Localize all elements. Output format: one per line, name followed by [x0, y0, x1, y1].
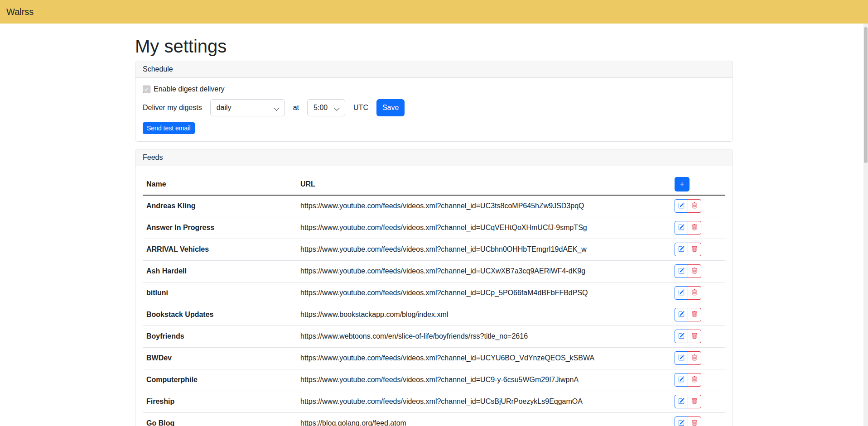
chevron-down-icon — [274, 105, 280, 111]
feed-actions — [671, 369, 725, 391]
feed-url: https://www.youtube.com/feeds/videos.xml… — [297, 239, 671, 260]
feed-name: Fireship — [143, 391, 297, 412]
feed-name: BWDev — [143, 347, 297, 369]
pencil-square-icon — [678, 333, 685, 340]
pencil-square-icon — [678, 311, 685, 319]
feed-actions-group — [675, 351, 701, 365]
edit-feed-button[interactable] — [675, 373, 688, 387]
feed-name: Andreas Kling — [143, 195, 297, 217]
feed-actions-group — [675, 264, 701, 278]
delete-feed-button[interactable] — [688, 330, 701, 343]
edit-feed-button[interactable] — [675, 286, 688, 300]
edit-feed-button[interactable] — [675, 308, 688, 321]
feed-actions — [671, 347, 725, 369]
feed-name: ARRIVAL Vehicles — [143, 239, 297, 260]
feed-name: Answer In Progress — [143, 217, 297, 239]
feed-row: Go Blog https://blog.golang.org/feed.ato… — [143, 412, 725, 426]
enable-digest-checkbox[interactable]: ✓ — [143, 86, 150, 93]
feed-name: Go Blog — [143, 412, 297, 426]
page-title: My settings — [135, 35, 733, 57]
trash-icon — [691, 376, 698, 384]
column-header-url: URL — [297, 173, 671, 195]
edit-feed-button[interactable] — [675, 416, 688, 426]
feed-url: https://www.youtube.com/feeds/videos.xml… — [297, 195, 671, 217]
feeds-table-body: Andreas Kling https://www.youtube.com/fe… — [143, 195, 725, 426]
scrollbar-thumb[interactable] — [864, 27, 868, 163]
feed-actions — [671, 282, 725, 304]
feed-actions — [671, 325, 725, 347]
edit-feed-button[interactable] — [675, 243, 688, 256]
feed-row: Ash Hardell https://www.youtube.com/feed… — [143, 260, 725, 282]
delete-feed-button[interactable] — [688, 395, 701, 408]
delete-feed-button[interactable] — [688, 243, 701, 256]
feed-actions-group — [675, 199, 701, 213]
frequency-selected-value: daily — [217, 104, 231, 112]
send-test-email-button[interactable]: Send test email — [143, 122, 195, 134]
trash-icon — [691, 354, 698, 362]
send-test-row: Send test email — [143, 122, 725, 134]
delete-feed-button[interactable] — [688, 308, 701, 321]
pencil-square-icon — [678, 224, 685, 232]
feed-url: https://www.youtube.com/feeds/videos.xml… — [297, 260, 671, 282]
navbar: Walrss — [0, 0, 868, 24]
deliver-label: Deliver my digests — [143, 104, 202, 112]
edit-feed-button[interactable] — [675, 330, 688, 343]
feed-row: BWDev https://www.youtube.com/feeds/vide… — [143, 347, 725, 369]
feed-row: bitluni https://www.youtube.com/feeds/vi… — [143, 282, 725, 304]
trash-icon — [691, 311, 698, 319]
feed-row: Boyfriends https://www.webtoons.com/en/s… — [143, 325, 725, 347]
app-brand[interactable]: Walrss — [6, 7, 34, 17]
time-select[interactable]: 5:00 — [307, 99, 345, 116]
delete-feed-button[interactable] — [688, 416, 701, 426]
enable-digest-label[interactable]: Enable digest delivery — [154, 85, 225, 93]
schedule-card-body: ✓ Enable digest delivery Deliver my dige… — [135, 78, 733, 141]
column-header-name: Name — [143, 173, 297, 195]
feed-row: Computerphile https://www.youtube.com/fe… — [143, 369, 725, 391]
delivery-controls-row: Deliver my digests daily at 5:00 UTC Sav… — [143, 99, 725, 116]
delete-feed-button[interactable] — [688, 351, 701, 365]
feed-url: https://www.youtube.com/feeds/videos.xml… — [297, 217, 671, 239]
edit-feed-button[interactable] — [675, 221, 688, 235]
feed-name: bitluni — [143, 282, 297, 304]
pencil-square-icon — [678, 289, 685, 297]
edit-feed-button[interactable] — [675, 199, 688, 213]
feed-actions-group — [675, 416, 701, 426]
feeds-card-body: Name URL + Andreas Kling https://www.you… — [135, 166, 733, 426]
feed-url: https://www.youtube.com/feeds/videos.xml… — [297, 347, 671, 369]
chevron-down-icon — [334, 105, 340, 111]
schedule-card: Schedule ✓ Enable digest delivery Delive… — [135, 61, 733, 142]
trash-icon — [691, 268, 698, 275]
delete-feed-button[interactable] — [688, 199, 701, 213]
feed-name: Computerphile — [143, 369, 297, 391]
edit-feed-button[interactable] — [675, 351, 688, 365]
feed-actions — [671, 239, 725, 260]
save-button[interactable]: Save — [376, 99, 405, 116]
feed-actions-group — [675, 330, 701, 343]
feed-actions-group — [675, 395, 701, 408]
feed-actions — [671, 304, 725, 325]
feeds-card-header: Feeds — [135, 149, 733, 166]
feeds-table-header-row: Name URL + — [143, 173, 725, 195]
delete-feed-button[interactable] — [688, 221, 701, 235]
add-feed-button[interactable]: + — [675, 177, 690, 191]
edit-feed-button[interactable] — [675, 395, 688, 408]
feed-actions-group — [675, 308, 701, 321]
edit-feed-button[interactable] — [675, 264, 688, 278]
delete-feed-button[interactable] — [688, 286, 701, 300]
feed-actions-group — [675, 286, 701, 300]
feed-url: https://www.bookstackapp.com/blog/index.… — [297, 304, 671, 325]
pencil-square-icon — [678, 420, 685, 426]
delete-feed-button[interactable] — [688, 373, 701, 387]
trash-icon — [691, 420, 698, 426]
delete-feed-button[interactable] — [688, 264, 701, 278]
frequency-select[interactable]: daily — [210, 99, 285, 116]
scrollbar-track[interactable] — [863, 24, 868, 426]
feed-url: https://www.youtube.com/feeds/videos.xml… — [297, 369, 671, 391]
trash-icon — [691, 289, 698, 297]
pencil-square-icon — [678, 246, 685, 254]
trash-icon — [691, 333, 698, 340]
feed-row: Andreas Kling https://www.youtube.com/fe… — [143, 195, 725, 217]
feed-actions — [671, 412, 725, 426]
feed-name: Boyfriends — [143, 325, 297, 347]
feed-actions — [671, 195, 725, 217]
